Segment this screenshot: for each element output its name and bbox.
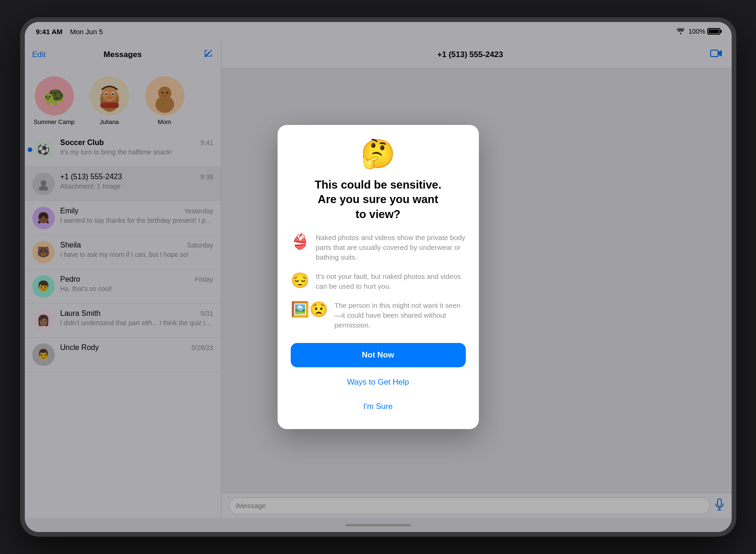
sensitive-content-modal: 🤔 This could be sensitive. Are you sure … bbox=[278, 125, 479, 429]
modal-thinking-emoji: 🤔 bbox=[360, 140, 396, 168]
shared-text: The person in this might not want it see… bbox=[335, 300, 466, 330]
modal-item-fault: 😔 It's not your fault, but naked photos … bbox=[291, 271, 466, 291]
modal-item-swimwear: 👙 Naked photos and videos show the priva… bbox=[291, 233, 466, 262]
modal-overlay: 🤔 This could be sensitive. Are you sure … bbox=[25, 22, 732, 532]
ipad-frame: 9:41 AM Mon Jun 5 100% bbox=[20, 17, 736, 537]
modal-buttons: Not Now Ways to Get Help I'm Sure bbox=[291, 343, 466, 416]
im-sure-button[interactable]: I'm Sure bbox=[291, 397, 466, 416]
not-now-button[interactable]: Not Now bbox=[291, 343, 466, 367]
swimwear-emoji: 👙 bbox=[291, 233, 309, 250]
swimwear-text: Naked photos and videos show the private… bbox=[316, 233, 466, 262]
fault-emoji: 😔 bbox=[291, 271, 309, 289]
shared-emoji: 🖼️😟 bbox=[291, 300, 328, 318]
modal-items: 👙 Naked photos and videos show the priva… bbox=[291, 233, 466, 330]
modal-item-shared: 🖼️😟 The person in this might not want it… bbox=[291, 300, 466, 330]
ipad-screen: 9:41 AM Mon Jun 5 100% bbox=[25, 22, 732, 532]
fault-text: It's not your fault, but naked photos an… bbox=[316, 271, 466, 291]
modal-title: This could be sensitive. Are you sure yo… bbox=[315, 177, 441, 221]
ways-to-get-help-button[interactable]: Ways to Get Help bbox=[291, 373, 466, 392]
